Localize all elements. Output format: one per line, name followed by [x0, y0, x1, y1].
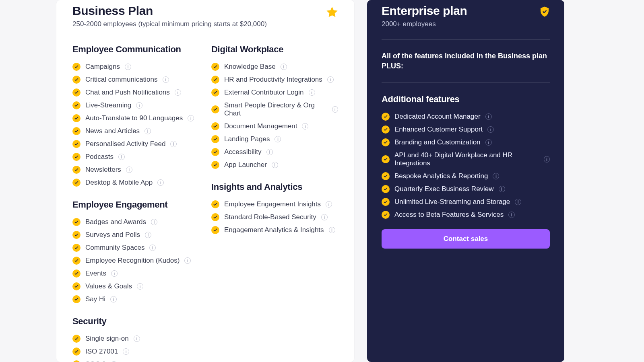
- info-icon[interactable]: i: [136, 102, 142, 109]
- check-icon: [72, 127, 80, 135]
- info-icon[interactable]: i: [111, 270, 118, 277]
- feature-label: Live-Streaming: [85, 101, 131, 109]
- info-icon[interactable]: i: [493, 173, 499, 179]
- feature-label: Personalised Activity Feed: [85, 140, 165, 148]
- feature-group-heading: Employee Communication: [72, 44, 199, 55]
- feature-row: Dedicated Account Manageri: [382, 110, 550, 123]
- check-icon: [72, 335, 80, 343]
- feature-label: HR and Productivity Integrations: [224, 76, 322, 84]
- info-icon[interactable]: i: [125, 64, 131, 70]
- star-icon: [325, 6, 339, 21]
- feature-row: Chat and Push Notificationsi: [72, 86, 199, 99]
- feature-label: Landing Pages: [224, 135, 270, 143]
- feature-label: Desktop & Mobile App: [85, 179, 153, 187]
- check-icon: [382, 172, 390, 180]
- feature-row: Live-Streamingi: [72, 99, 199, 112]
- feature-group-heading: Security: [72, 316, 199, 327]
- check-icon: [72, 360, 80, 362]
- feature-row: Badges and Awardsi: [72, 216, 199, 228]
- feature-label: Knowledge Base: [224, 63, 276, 71]
- check-icon: [382, 138, 390, 146]
- info-icon[interactable]: i: [544, 156, 550, 162]
- contact-sales-button[interactable]: Contact sales: [382, 229, 550, 249]
- info-icon[interactable]: i: [309, 89, 315, 96]
- feature-label: ISO 27001: [85, 348, 118, 356]
- info-icon[interactable]: i: [487, 126, 494, 133]
- feature-label: Quarterly Exec Business Review: [394, 185, 494, 193]
- feature-row: Unlimited Live-Streaming and Storagei: [382, 195, 550, 208]
- info-icon[interactable]: i: [275, 136, 281, 142]
- feature-row: Enhanced Customer Supporti: [382, 123, 550, 136]
- info-icon[interactable]: i: [151, 219, 157, 225]
- info-icon[interactable]: i: [157, 179, 164, 186]
- info-icon[interactable]: i: [137, 283, 143, 290]
- info-icon[interactable]: i: [499, 186, 505, 192]
- enterprise-additional-heading: Additional features: [382, 94, 550, 105]
- divider: [382, 39, 550, 40]
- feature-label: App Launcher: [224, 161, 267, 169]
- feature-label: Dedicated Account Manager: [394, 113, 481, 121]
- check-icon: [211, 161, 219, 169]
- check-icon: [72, 295, 80, 303]
- info-icon[interactable]: i: [327, 76, 334, 83]
- business-plan-subtitle: 250-2000 employees (typical minimum pric…: [72, 20, 338, 28]
- info-icon[interactable]: i: [326, 201, 332, 208]
- feature-row: Single sign-oni: [72, 332, 199, 345]
- info-icon[interactable]: i: [163, 76, 169, 83]
- info-icon[interactable]: i: [188, 115, 194, 121]
- enterprise-plan-title: Enterprise plan: [382, 4, 550, 18]
- feature-label: Badges and Awards: [85, 218, 146, 226]
- feature-label: Podcasts: [85, 153, 114, 161]
- info-icon[interactable]: i: [184, 257, 191, 264]
- check-icon: [72, 101, 80, 109]
- info-icon[interactable]: i: [126, 167, 132, 173]
- check-icon: [211, 63, 219, 71]
- info-icon[interactable]: i: [485, 113, 492, 120]
- feature-row: Document Managementi: [211, 120, 338, 133]
- info-icon[interactable]: i: [134, 335, 140, 342]
- info-icon[interactable]: i: [302, 123, 308, 130]
- info-icon[interactable]: i: [145, 232, 151, 238]
- feature-label: Standard Role-Based Security: [224, 213, 316, 221]
- feature-row: Access to Beta Features & Servicesi: [382, 208, 550, 221]
- check-icon: [72, 166, 80, 174]
- info-icon[interactable]: i: [485, 139, 492, 146]
- check-icon: [72, 257, 80, 265]
- feature-row: Newslettersi: [72, 163, 199, 176]
- info-icon[interactable]: i: [123, 348, 129, 355]
- feature-label: API and 40+ Digital Workplace and HR Int…: [394, 151, 539, 167]
- info-icon[interactable]: i: [170, 141, 177, 147]
- check-icon: [382, 185, 390, 193]
- info-icon[interactable]: i: [281, 64, 287, 70]
- info-icon[interactable]: i: [321, 214, 328, 220]
- info-icon[interactable]: i: [329, 227, 335, 233]
- feature-row: News and Articlesi: [72, 125, 199, 138]
- info-icon[interactable]: i: [175, 89, 181, 96]
- check-icon: [211, 105, 219, 113]
- check-icon: [211, 148, 219, 156]
- info-icon[interactable]: i: [332, 106, 338, 113]
- info-icon[interactable]: i: [144, 128, 151, 134]
- feature-row: SOC 2i: [72, 358, 199, 362]
- check-icon: [72, 114, 80, 122]
- info-icon[interactable]: i: [110, 296, 117, 302]
- feature-label: Employee Recognition (Kudos): [85, 257, 180, 265]
- enterprise-plan-subtitle: 2000+ employees: [382, 20, 550, 28]
- feature-row: Campaignsi: [72, 60, 199, 73]
- feature-row: Values & Goalsi: [72, 280, 199, 293]
- info-icon[interactable]: i: [515, 199, 521, 205]
- feature-row: Engagement Analytics & Insightsi: [211, 224, 338, 237]
- info-icon[interactable]: i: [266, 149, 273, 155]
- feature-row: Quarterly Exec Business Reviewi: [382, 183, 550, 195]
- feature-label: Document Management: [224, 122, 297, 130]
- info-icon[interactable]: i: [118, 154, 125, 160]
- feature-label: Engagement Analytics & Insights: [224, 226, 324, 234]
- info-icon[interactable]: i: [272, 162, 278, 168]
- info-icon[interactable]: i: [149, 245, 156, 251]
- check-icon: [72, 244, 80, 252]
- check-icon: [72, 269, 80, 278]
- info-icon[interactable]: i: [508, 212, 515, 218]
- business-plan-title: Business Plan: [72, 4, 338, 18]
- check-icon: [72, 63, 80, 71]
- feature-group-heading: Digital Workplace: [211, 44, 338, 55]
